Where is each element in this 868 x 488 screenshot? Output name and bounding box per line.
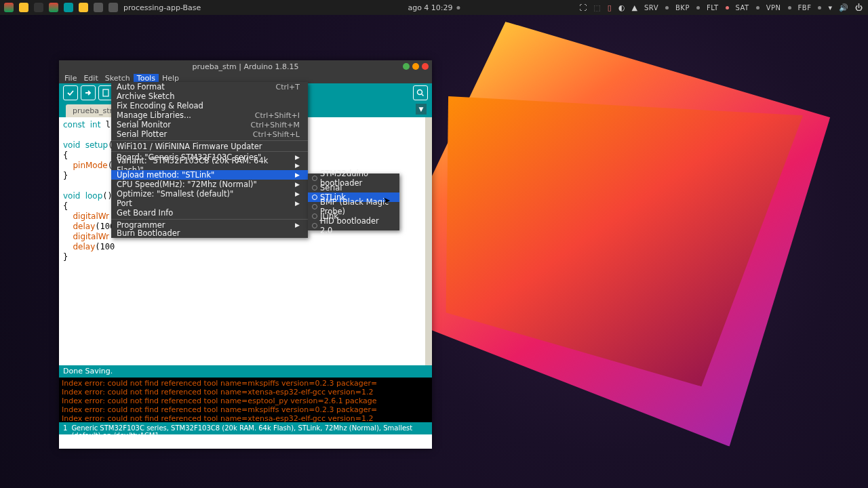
tools-menu-item[interactable]: Serial PlotterCtrl+Shift+L bbox=[111, 129, 308, 139]
tools-menu: Auto FormatCtrl+TArchive SketchFix Encod… bbox=[111, 82, 308, 238]
footer-bar: 1 Generic STM32F103C series, STM32F103C8… bbox=[59, 422, 432, 434]
tools-menu-item[interactable]: Programmer▶ bbox=[111, 219, 308, 228]
battery-icon[interactable]: ▯ bbox=[608, 3, 612, 12]
console-line: Index error: could not find referenced t… bbox=[62, 388, 429, 396]
tray-icon[interactable]: ⬚ bbox=[593, 3, 600, 12]
serial-monitor-button[interactable] bbox=[413, 85, 428, 100]
clock[interactable]: ago 4 10:29 bbox=[408, 3, 452, 12]
tools-menu-item[interactable]: WiFi101 / WiFiNINA Firmware Updater bbox=[111, 140, 308, 150]
app-icon[interactable] bbox=[79, 3, 88, 12]
upload-method-option[interactable]: STM32duino bootloader bbox=[308, 174, 399, 183]
tools-menu-item[interactable]: Fix Encoding & Reload bbox=[111, 101, 308, 110]
svg-point-1 bbox=[418, 90, 422, 95]
tools-menu-item[interactable]: Manage Libraries...Ctrl+Shift+I bbox=[111, 110, 308, 120]
line-number: 1 bbox=[63, 424, 67, 432]
tray-icon[interactable]: ⛶ bbox=[579, 3, 587, 12]
tools-menu-item[interactable]: Archive Sketch bbox=[111, 92, 308, 101]
tools-menu-item[interactable]: CPU Speed(MHz): "72Mhz (Normal)"▶ bbox=[111, 180, 308, 189]
editor-scrollbar[interactable] bbox=[425, 117, 432, 365]
tools-menu-item[interactable]: Burn Bootloader bbox=[111, 228, 308, 238]
power-icon[interactable]: ⏻ bbox=[855, 3, 863, 12]
minimize-button[interactable] bbox=[403, 63, 410, 70]
app-icon[interactable] bbox=[49, 3, 58, 12]
gnome-top-bar: processing-app-Base ago 4 10:29 ⛶ ⬚ ▯ ◐ … bbox=[0, 0, 868, 15]
tools-menu-item[interactable]: Variant: "STM32F103C8 (20k RAM. 64k Flas… bbox=[111, 161, 308, 170]
notification-dot bbox=[457, 6, 460, 9]
maximize-button[interactable] bbox=[412, 63, 419, 70]
tools-menu-item[interactable]: Auto FormatCtrl+T bbox=[111, 82, 308, 92]
app-icon[interactable] bbox=[94, 3, 103, 12]
upload-method-submenu: STM32duino bootloaderSerialSTLinkBMP (Bl… bbox=[308, 174, 399, 230]
upload-button[interactable] bbox=[81, 85, 96, 100]
app-icon[interactable] bbox=[19, 3, 28, 12]
indicator[interactable]: FBF bbox=[798, 4, 812, 12]
volume-icon[interactable]: 🔊 bbox=[839, 3, 848, 12]
menu-file[interactable]: File bbox=[61, 74, 80, 83]
menu-sketch[interactable]: Sketch bbox=[102, 74, 134, 83]
window-titlebar[interactable]: prueba_stm | Arduino 1.8.15 bbox=[59, 60, 432, 73]
tray-icon[interactable]: ◐ bbox=[618, 3, 625, 12]
board-info: Generic STM32F103C series, STM32F103C8 (… bbox=[71, 424, 428, 432]
upload-method-option[interactable]: HID bootloader 2.0 bbox=[308, 221, 399, 230]
tools-menu-item[interactable]: Get Board Info bbox=[111, 208, 308, 218]
indicator[interactable]: SAT bbox=[736, 4, 749, 12]
indicator[interactable]: BKP bbox=[675, 4, 690, 12]
svg-rect-0 bbox=[103, 89, 108, 96]
console-line: Index error: could not find referenced t… bbox=[62, 405, 429, 414]
arduino-icon[interactable] bbox=[64, 3, 73, 12]
menu-help[interactable]: Help bbox=[159, 74, 182, 83]
console-line: Index error: could not find referenced t… bbox=[62, 414, 429, 422]
tray-icon[interactable]: ▲ bbox=[631, 3, 637, 12]
tools-menu-item[interactable]: Port▶ bbox=[111, 199, 308, 208]
wifi-icon[interactable]: ▾ bbox=[828, 3, 832, 12]
console-line: Index error: could not find referenced t… bbox=[62, 396, 429, 405]
app-icon[interactable] bbox=[34, 3, 43, 12]
window-title: prueba_stm | Arduino 1.8.15 bbox=[193, 62, 299, 71]
indicator[interactable]: FLT bbox=[707, 4, 719, 12]
menu-edit[interactable]: Edit bbox=[80, 74, 101, 83]
menu-tools[interactable]: Tools bbox=[134, 74, 159, 83]
upload-method-option[interactable]: BMP (Black Magic Probe) bbox=[308, 202, 399, 211]
output-console[interactable]: Index error: could not find referenced t… bbox=[59, 378, 432, 422]
indicator[interactable]: SRV bbox=[644, 4, 658, 12]
app-icon[interactable] bbox=[108, 3, 118, 12]
indicator[interactable]: VPN bbox=[766, 4, 781, 12]
tools-menu-item[interactable]: Serial MonitorCtrl+Shift+M bbox=[111, 120, 308, 129]
active-task[interactable]: processing-app-Base bbox=[123, 3, 201, 12]
tab-menu-button[interactable]: ▼ bbox=[416, 104, 427, 115]
status-bar: Done Saving. bbox=[59, 365, 432, 378]
chrome-icon[interactable] bbox=[4, 3, 14, 12]
console-line: Index error: could not find referenced t… bbox=[62, 379, 429, 388]
tools-menu-item[interactable]: Optimize: "Smallest (default)"▶ bbox=[111, 189, 308, 199]
tools-menu-item[interactable]: Upload method: "STLink"▶ bbox=[111, 170, 308, 180]
close-button[interactable] bbox=[422, 63, 429, 70]
verify-button[interactable] bbox=[63, 85, 78, 100]
